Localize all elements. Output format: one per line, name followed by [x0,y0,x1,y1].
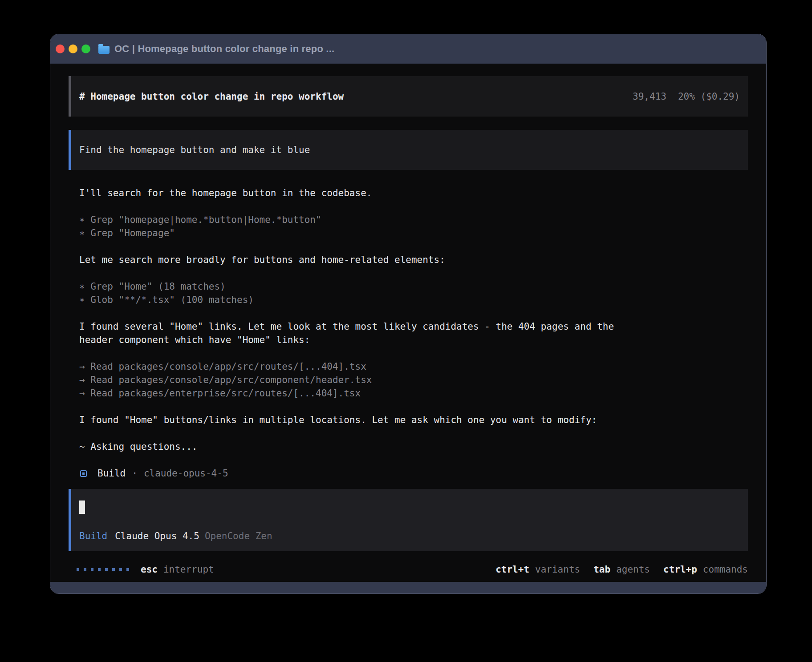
agent-name: Build [97,468,126,479]
agent-model: claude-opus-4-5 [144,468,228,479]
shortcut-key: tab [593,564,610,575]
token-count: 39,413 [633,91,666,102]
esc-key-hint: esc [141,564,158,575]
status-bar: esc interrupt ctrl+t variants tab agents [69,563,748,576]
session-stats: 39,413 20% ($0.29) [633,91,740,102]
spinner-dot [112,568,115,571]
conversation-line: → Read packages/enterprise/src/routes/[.… [79,387,748,400]
conversation-line [79,347,748,360]
conversation-line: I'll search for the homepage button in t… [79,186,748,200]
spinner-dot [84,568,86,571]
terminal-content: # Homepage button color change in repo w… [50,64,766,582]
assistant-output: I'll search for the homepage button in t… [69,186,748,453]
conversation-line [79,200,748,213]
conversation-line: Let me search more broadly for buttons a… [79,253,748,266]
conversation-line [79,427,748,440]
user-message-text: Find the homepage button and make it blu… [79,145,310,155]
conversation-line: ∗ Grep "homepage|home.*button|Home.*butt… [79,213,748,226]
spinner-dot [77,568,79,571]
shortcut-key: ctrl+t [495,564,529,575]
fullscreen-button[interactable] [81,44,90,53]
spinner-dot [105,568,108,571]
spinner-dot [91,568,93,571]
folder-icon [98,46,110,54]
session-title: # Homepage button color change in repo w… [79,91,344,102]
context-cost: 20% ($0.29) [678,91,740,102]
spinner-dots [77,568,129,571]
shortcut-hint: ctrl+p commands [663,564,748,575]
prompt-input[interactable]: Build Claude Opus 4.5 OpenCode Zen [69,489,748,551]
shortcut-key: ctrl+p [663,564,697,575]
shortcut-hint: ctrl+t variants [495,564,580,575]
conversation-line [79,400,748,413]
shortcut-label: agents [616,564,650,575]
input-model-label: Claude Opus 4.5 [115,531,199,541]
separator-dot: · [132,468,138,479]
window-title: OC | Homepage button color change in rep… [114,43,334,55]
titlebar: OC | Homepage button color change in rep… [50,34,766,64]
conversation-line: I found several "Home" links. Let me loo… [79,320,748,333]
title-group: OC | Homepage button color change in rep… [98,43,334,55]
shortcut-label: variants [535,564,580,575]
conversation-line: I found "Home" buttons/links in multiple… [79,413,748,427]
input-agent-label[interactable]: Build [79,531,107,541]
conversation-line: ∗ Grep "Home" (18 matches) [79,280,748,293]
spinner-dot [98,568,101,571]
conversation-line: ∗ Glob "**/*.tsx" (100 matches) [79,293,748,307]
minimize-button[interactable] [69,44,77,53]
conversation-line: ∗ Grep "Homepage" [79,226,748,240]
shortcut-hint: tab agents [593,564,650,575]
interrupt-label: interrupt [163,564,214,575]
conversation-line [79,240,748,253]
close-button[interactable] [56,44,65,53]
spinner-dot [126,568,129,571]
traffic-lights [56,44,90,53]
conversation-line: → Read packages/console/app/src/componen… [79,373,748,387]
conversation-line [79,307,748,320]
user-message: Find the homepage button and make it blu… [69,130,748,170]
input-provider-label: OpenCode Zen [205,531,272,541]
conversation-line [79,266,748,280]
session-header: # Homepage button color change in repo w… [69,76,748,117]
conversation-line: ~ Asking questions... [79,440,748,453]
conversation-line: → Read packages/console/app/src/routes/[… [79,360,748,373]
window-bottom-strip [50,582,766,593]
shortcut-label: commands [703,564,748,575]
build-square-icon [80,470,87,477]
status-left: esc interrupt [77,564,214,575]
model-row: Build Claude Opus 4.5 OpenCode Zen [79,531,740,541]
agent-status-row: Build · claude-opus-4-5 [69,467,748,480]
spinner-dot [119,568,122,571]
text-cursor [79,501,85,514]
status-right: ctrl+t variants tab agents ctrl+p comman… [495,564,748,575]
terminal-window: OC | Homepage button color change in rep… [50,34,767,594]
conversation-line: header component which have "Home" links… [79,333,748,347]
